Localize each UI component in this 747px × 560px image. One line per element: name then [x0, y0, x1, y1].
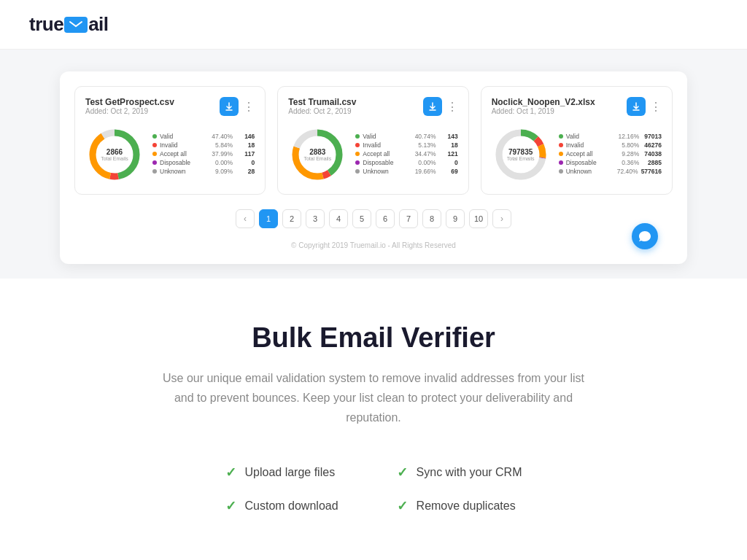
card-body: 2866 Total Emails Valid 47.40% 146 Inval…	[85, 125, 255, 184]
legend-num: 0	[440, 159, 458, 166]
feature-label: Upload large files	[245, 466, 336, 479]
page-btn-7[interactable]: 7	[399, 209, 418, 228]
legend-row: Unknown 72.40% 577616	[559, 168, 662, 175]
footer-copyright: © Copyright 2019 Truemail.io - All Right…	[74, 237, 673, 249]
pagination-prev[interactable]: ‹	[236, 209, 255, 228]
legend-row: Invalid 5.80% 46276	[559, 141, 662, 149]
header: true ail	[0, 0, 747, 50]
legend-num: 69	[440, 168, 458, 175]
page-btn-8[interactable]: 8	[422, 209, 441, 228]
legend-num: 117	[236, 150, 255, 158]
donut-count: 2883	[303, 148, 331, 156]
hero-description: Use our unique email validation system t…	[155, 368, 592, 428]
download-button[interactable]	[423, 97, 442, 116]
legend-pct: 9.09%	[207, 168, 233, 175]
card-title: Noclick_Noopen_V2.xlsx	[492, 97, 595, 107]
card-date: Added: Oct 2, 2019	[85, 107, 174, 115]
hero-title: Bulk Email Verifier	[29, 322, 718, 354]
legend-row: Unknown 9.09% 28	[152, 168, 255, 175]
donut-chart: 2866 Total Emails	[85, 125, 144, 184]
legend-num: 0	[236, 159, 255, 166]
legend-row: Valid 12.16% 97013	[559, 133, 662, 140]
dashboard-preview-section: Test GetProspect.csv Added: Oct 2, 2019 …	[0, 50, 747, 279]
more-button[interactable]: ⋮	[650, 100, 662, 114]
cards-row: Test GetProspect.csv Added: Oct 2, 2019 …	[74, 86, 673, 195]
page-btn-2[interactable]: 2	[282, 209, 301, 228]
legend-name: Unknown	[160, 168, 185, 175]
legend-name: Accept all	[566, 150, 593, 158]
pagination: ‹12345678910›	[74, 209, 673, 228]
card-header: Test GetProspect.csv Added: Oct 2, 2019 …	[85, 97, 255, 122]
legend-num: 74038	[643, 150, 662, 158]
legend-num: 577616	[641, 168, 662, 175]
page-btn-1[interactable]: 1	[259, 209, 278, 228]
legend-row: Unknown 19.66% 69	[355, 168, 457, 175]
legend-row: Accept all 9.28% 74038	[559, 150, 662, 158]
legend-name: Disposable	[363, 159, 393, 166]
legend-name: Disposable	[566, 159, 597, 166]
card-body: 797835 Total Emails Valid 12.16% 97013 I…	[492, 125, 662, 184]
legend-num: 46276	[643, 141, 662, 149]
donut-label: Total Emails	[507, 156, 535, 162]
check-icon: ✓	[397, 498, 408, 514]
feature-right-1: ✓ Remove duplicates	[397, 498, 522, 514]
legend-dot	[559, 134, 563, 139]
download-button[interactable]	[627, 97, 646, 116]
legend-row: Accept all 37.99% 117	[152, 150, 255, 158]
page-btn-10[interactable]: 10	[469, 209, 488, 228]
legend-name: Accept all	[363, 150, 390, 158]
legend-dot	[152, 134, 157, 139]
chat-bubble-button[interactable]	[632, 223, 658, 249]
card-actions: ⋮	[220, 97, 255, 116]
donut-count: 2866	[101, 148, 128, 156]
card-title: Test GetProspect.csv	[85, 97, 174, 107]
feature-label: Custom download	[245, 499, 338, 513]
legend-name: Disposable	[160, 159, 190, 166]
legend-dot	[152, 143, 157, 147]
legend-name: Unknown	[363, 168, 388, 175]
features-col-left: ✓ Upload large files ✓ Custom download	[225, 464, 338, 514]
legend-row: Invalid 5.13% 18	[355, 141, 457, 149]
legend-pct: 5.84%	[207, 141, 233, 149]
donut-chart: 2883 Total Emails	[288, 125, 347, 184]
more-button[interactable]: ⋮	[243, 100, 255, 114]
legend-pct: 37.99%	[207, 150, 233, 158]
legend-name: Accept all	[160, 150, 187, 158]
more-button[interactable]: ⋮	[446, 100, 458, 114]
donut-chart: 797835 Total Emails	[492, 125, 550, 184]
card-header: Noclick_Noopen_V2.xlsx Added: Oct 1, 201…	[492, 97, 662, 122]
page-btn-6[interactable]: 6	[376, 209, 395, 228]
legend-num: 121	[440, 150, 458, 158]
legend-name: Invalid	[363, 141, 381, 149]
legend-name: Unknown	[566, 168, 592, 175]
page-btn-5[interactable]: 5	[352, 209, 371, 228]
legend-row: Disposable 0.00% 0	[152, 159, 255, 166]
page-btn-9[interactable]: 9	[446, 209, 465, 228]
download-button[interactable]	[220, 97, 239, 116]
legend-dot	[355, 143, 360, 147]
svg-rect-0	[69, 20, 83, 30]
feature-left-0: ✓ Upload large files	[225, 464, 338, 481]
legend-name: Invalid	[160, 141, 178, 149]
feature-label: Remove duplicates	[417, 499, 516, 513]
donut-count: 797835	[507, 148, 535, 156]
card-date: Added: Oct 1, 2019	[492, 107, 595, 115]
legend-row: Invalid 5.84% 18	[152, 141, 255, 149]
legend: Valid 40.74% 143 Invalid 5.13% 18 Accept…	[355, 133, 457, 176]
legend-pct: 0.36%	[614, 159, 639, 166]
legend-row: Disposable 0.00% 0	[355, 159, 457, 166]
legend-pct: 19.66%	[410, 168, 436, 175]
card-2: Noclick_Noopen_V2.xlsx Added: Oct 1, 201…	[481, 86, 673, 195]
legend-dot	[355, 169, 360, 174]
legend-row: Disposable 0.36% 2885	[559, 159, 662, 166]
logo: true ail	[29, 13, 718, 36]
legend-dot	[355, 152, 360, 156]
feature-left-1: ✓ Custom download	[225, 498, 338, 514]
pagination-next[interactable]: ›	[492, 209, 511, 228]
card-1: Test Trumail.csv Added: Oct 2, 2019 ⋮	[277, 86, 468, 195]
page-btn-4[interactable]: 4	[329, 209, 348, 228]
page-btn-3[interactable]: 3	[306, 209, 325, 228]
features-list: ✓ Upload large files ✓ Custom download ✓…	[29, 464, 718, 514]
card-header: Test Trumail.csv Added: Oct 2, 2019 ⋮	[288, 97, 457, 122]
legend-row: Valid 40.74% 143	[355, 133, 457, 140]
